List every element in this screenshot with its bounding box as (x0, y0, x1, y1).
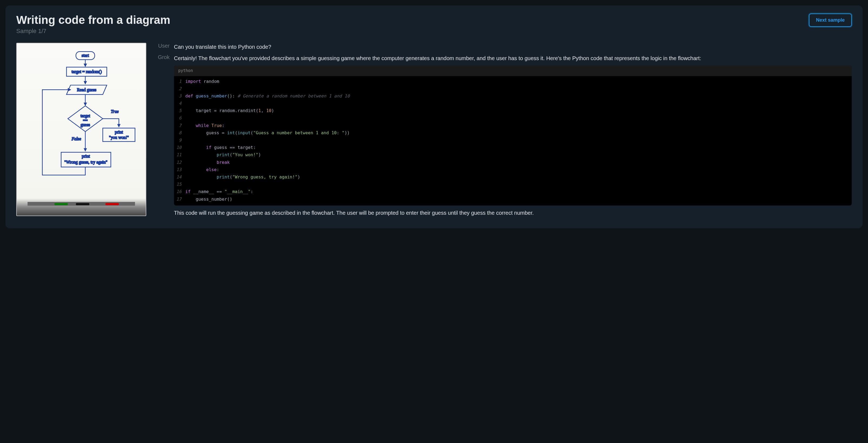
line-content: break (185, 159, 230, 166)
code-line: 1import random (174, 78, 852, 85)
line-content: while True: (185, 122, 225, 129)
code-line: 6 (174, 114, 852, 122)
line-content: print("You won!") (185, 151, 261, 158)
line-number: 11 (174, 151, 185, 158)
assistant-intro: Certainly! The flowchart you've provided… (174, 54, 852, 62)
assistant-outro: This code will run the guessing game as … (174, 209, 852, 217)
code-line: 11 print("You won!") (174, 151, 852, 158)
line-number: 15 (174, 181, 185, 188)
label-true: True (111, 109, 119, 114)
line-content: else: (185, 166, 219, 173)
svg-rect-12 (105, 203, 119, 205)
code-line: 8 guess = int(input("Guess a number betw… (174, 129, 852, 136)
code-language-label: python (174, 66, 852, 76)
code-line: 4 (174, 100, 852, 107)
line-number: 1 (174, 78, 185, 85)
node-read-guess: Read guess (77, 88, 96, 92)
line-content: guess_number() (185, 195, 232, 203)
code-line: 9 (174, 136, 852, 144)
code-line: 3def guess_number(): # Generate a random… (174, 92, 852, 100)
line-number: 5 (174, 107, 185, 114)
node-condition-2: == (83, 118, 88, 123)
line-number: 16 (174, 188, 185, 195)
conversation: User Can you translate this into Python … (154, 43, 852, 220)
flowchart-svg: start target = random() Read guess (17, 43, 146, 216)
user-row: User Can you translate this into Python … (154, 43, 852, 51)
page-title: Writing code from a diagram (16, 13, 170, 27)
line-content: import random (185, 78, 219, 85)
line-number: 13 (174, 166, 185, 173)
node-print-wrong-2: "Wrong guess, try again" (64, 160, 107, 165)
content-row: start target = random() Read guess (16, 43, 852, 220)
user-role-label: User (154, 43, 169, 51)
node-condition-1: target (81, 114, 90, 118)
line-number: 8 (174, 129, 185, 136)
header: Writing code from a diagram Sample 1/7 N… (16, 13, 852, 35)
code-block: python 1import random23def guess_number(… (174, 66, 852, 205)
code-line: 7 while True: (174, 122, 852, 129)
node-start: start (82, 53, 89, 58)
code-line: 10 if guess == target: (174, 144, 852, 151)
node-print-wrong-1: print (82, 154, 90, 159)
main-container: Writing code from a diagram Sample 1/7 N… (5, 5, 863, 228)
line-content: def guess_number(): # Generate a random … (185, 92, 350, 100)
code-line: 13 else: (174, 166, 852, 173)
line-number: 2 (174, 85, 185, 92)
node-target-assign: target = random() (71, 69, 102, 74)
user-message: Can you translate this into Python code? (174, 43, 852, 51)
line-content: if guess == target: (185, 144, 256, 151)
line-content: guess = int(input("Guess a number betwee… (185, 129, 350, 136)
node-print-won-1: print (115, 130, 123, 134)
line-content: print("Wrong guess, try again!") (185, 173, 300, 181)
line-number: 4 (174, 100, 185, 107)
line-number: 6 (174, 114, 185, 122)
code-body: 1import random23def guess_number(): # Ge… (174, 76, 852, 205)
line-number: 14 (174, 173, 185, 181)
next-sample-button[interactable]: Next sample (809, 13, 852, 27)
line-number: 7 (174, 122, 185, 129)
line-content: if __name__ == "__main__": (185, 188, 253, 195)
line-number: 9 (174, 136, 185, 144)
svg-rect-10 (55, 203, 68, 205)
code-line: 14 print("Wrong guess, try again!") (174, 173, 852, 181)
code-line: 12 break (174, 159, 852, 166)
svg-rect-11 (76, 203, 89, 205)
line-number: 12 (174, 159, 185, 166)
code-line: 5 target = random.randint(1, 10) (174, 107, 852, 114)
code-line: 2 (174, 85, 852, 92)
label-false: False (71, 136, 81, 141)
title-block: Writing code from a diagram Sample 1/7 (16, 13, 170, 35)
flowchart-image: start target = random() Read guess (16, 43, 146, 216)
assistant-role-label: Grok (154, 54, 169, 220)
sample-counter: Sample 1/7 (16, 28, 170, 35)
line-number: 3 (174, 92, 185, 100)
line-number: 17 (174, 195, 185, 203)
assistant-message: Certainly! The flowchart you've provided… (174, 54, 852, 220)
line-content: target = random.randint(1, 10) (185, 107, 274, 114)
line-number: 10 (174, 144, 185, 151)
code-line: 16if __name__ == "__main__": (174, 188, 852, 195)
code-line: 15 (174, 181, 852, 188)
code-line: 17 guess_number() (174, 195, 852, 203)
node-print-won-2: "you won!" (109, 135, 129, 140)
node-condition-3: guess (81, 122, 90, 127)
whiteboard: start target = random() Read guess (16, 43, 146, 216)
assistant-row: Grok Certainly! The flowchart you've pro… (154, 54, 852, 220)
